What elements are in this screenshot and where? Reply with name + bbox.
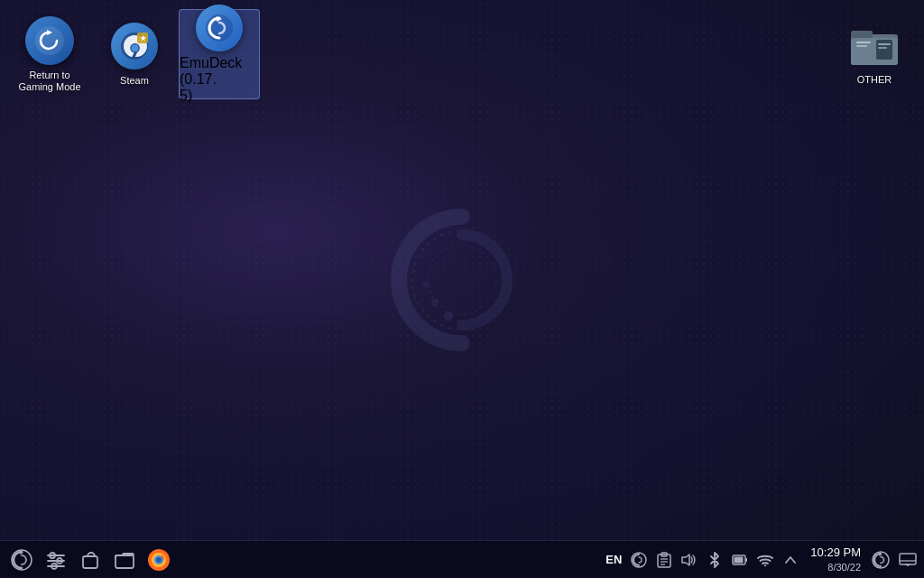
tray-clipboard[interactable] [653,549,675,571]
system-tray: EN [603,549,801,571]
svg-rect-29 [83,556,97,568]
svg-point-45 [764,564,766,566]
svg-point-8 [132,45,139,52]
tray-wifi[interactable] [754,549,776,571]
other-icon-img [849,23,900,70]
return-arrow-svg [34,25,65,56]
desktop-icon-return-gaming[interactable]: Return to Gaming Mode [9,9,90,99]
tray-steam[interactable] [628,549,650,571]
desktop-icon-steam[interactable]: ★ Steam [94,9,175,99]
desktop-icon-emudeck[interactable]: EmuDeck (0.17. 5) [179,9,260,99]
volume-icon [681,553,698,567]
emudeck-logo-svg [204,13,235,43]
steam-label: Steam [120,75,149,87]
return-gaming-label: Return to Gaming Mode [18,70,80,93]
battery-icon [732,554,748,566]
tray-steamos-end[interactable] [870,549,892,571]
emudeck-label: EmuDeck (0.17. 5) [180,55,259,104]
wifi-icon [757,554,773,566]
taskbar-left [5,545,175,575]
emudeck-icon [196,5,243,51]
taskbar: EN [0,540,924,578]
steam-logo-svg: ★ [119,31,150,61]
svg-rect-16 [856,42,871,43]
svg-point-4 [423,282,430,288]
svg-point-3 [431,299,439,306]
clock-date: 8/30/22 [827,561,861,573]
clock-time: 10:29 PM [810,545,861,561]
return-gaming-icon-img [24,15,75,66]
language-label: EN [604,553,624,566]
taskbar-right: EN [603,545,919,573]
taskbar-settings-button[interactable] [40,545,72,575]
svg-rect-43 [735,556,744,563]
bluetooth-icon [708,552,721,568]
steamos-taskbar-icon [11,549,32,571]
show-desktop-icon [899,553,917,567]
firefox-icon [147,548,171,572]
chevron-up-icon [785,555,796,564]
taskbar-steamos-button[interactable] [5,545,38,575]
taskbar-files-button[interactable] [108,545,141,575]
svg-rect-44 [745,558,747,562]
other-folder-svg [849,23,900,67]
steam-icon: ★ [111,23,158,70]
svg-marker-41 [682,555,689,565]
steam-icon-img: ★ [109,21,160,71]
desktop: Return to Gaming Mode ★ [0,0,924,578]
tray-steam-icon [631,552,647,568]
tray-language[interactable]: EN [603,549,624,571]
svg-rect-18 [876,40,892,60]
desktop-icons-container: Return to Gaming Mode ★ [9,9,260,99]
svg-text:★: ★ [140,34,147,42]
svg-rect-17 [856,45,867,47]
desktop-icon-other[interactable]: OTHER [834,9,915,99]
tray-battery[interactable] [729,549,751,571]
svg-rect-30 [116,555,134,568]
files-folder-icon [115,551,134,569]
svg-rect-19 [878,43,891,45]
svg-point-2 [444,312,453,321]
clipboard-icon [657,552,671,568]
emudeck-icon-img [196,5,243,51]
other-label: OTHER [857,74,892,85]
svg-rect-48 [900,554,916,564]
clock[interactable]: 10:29 PM 8/30/22 [807,545,864,573]
store-bag-icon [80,550,100,570]
taskbar-firefox-button[interactable] [143,545,175,575]
tray-bluetooth[interactable] [704,549,725,571]
svg-rect-20 [878,47,887,49]
taskbar-store-button[interactable] [74,545,106,575]
tray-show-desktop[interactable] [897,549,919,571]
steamos-end-icon [872,551,890,569]
return-gaming-icon [25,16,74,65]
tray-show-hidden[interactable] [780,549,801,571]
settings-sliders-icon [46,550,66,570]
steamos-watermark [372,190,552,370]
tray-volume[interactable] [679,549,700,571]
